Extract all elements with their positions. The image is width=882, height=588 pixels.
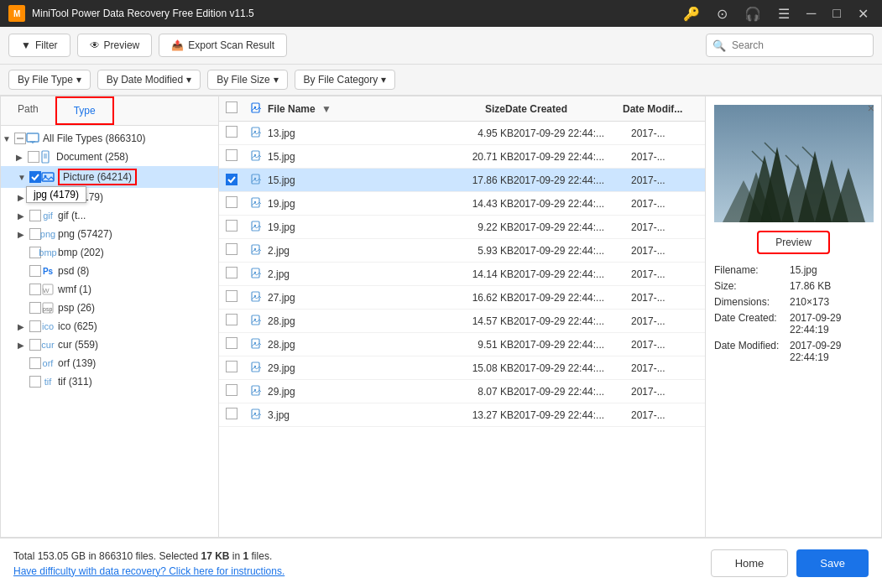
- tree-item-all-types[interactable]: ▼ All File Types (866310): [1, 129, 218, 148]
- row-checkbox-11[interactable]: [226, 384, 237, 396]
- close-icon[interactable]: ✕: [853, 4, 874, 23]
- tree-item-gif[interactable]: ▶ gif gif (t...: [1, 206, 218, 225]
- headphones-icon[interactable]: 🎧: [739, 4, 766, 23]
- restore-icon[interactable]: □: [827, 4, 846, 23]
- table-row[interactable]: 15.jpg 17.86 KB 2017-09-29 22:44:... 201…: [219, 169, 705, 192]
- row-checkbox-7[interactable]: [226, 290, 237, 302]
- row-checkbox-1[interactable]: [226, 149, 237, 161]
- row-checkbox-0[interactable]: [226, 126, 237, 138]
- tree-item-orf[interactable]: orf orf (139): [1, 354, 218, 372]
- tree-item-jpg[interactable]: ▶ jpg jpg (4179) jpg (4179): [1, 188, 218, 206]
- export-button[interactable]: 📤 Export Scan Result: [159, 34, 287, 57]
- psp-checkbox[interactable]: [29, 302, 41, 314]
- row-checkbox-10[interactable]: [226, 361, 237, 372]
- table-row[interactable]: 19.jpg 9.22 KB 2017-09-29 22:44:... 2017…: [219, 216, 705, 239]
- expand-arrow[interactable]: ▼: [3, 134, 14, 143]
- tree-item-tif[interactable]: tif tif (311): [1, 372, 218, 391]
- picture-checkbox[interactable]: [29, 171, 41, 183]
- filesize-dropdown[interactable]: By File Size ▾: [207, 70, 287, 90]
- key-icon[interactable]: 🔑: [678, 4, 705, 23]
- gif-checkbox[interactable]: [29, 210, 41, 221]
- row-checkbox-2[interactable]: [226, 174, 237, 185]
- row-checkbox-8[interactable]: [226, 314, 237, 325]
- table-row[interactable]: 2.jpg 5.93 KB 2017-09-29 22:44:... 2017-…: [219, 239, 705, 263]
- tab-path[interactable]: Path: [1, 96, 55, 125]
- orf-checkbox[interactable]: [29, 357, 41, 369]
- table-row[interactable]: 29.jpg 15.08 KB 2017-09-29 22:44:... 201…: [219, 356, 705, 380]
- sort-arrow[interactable]: ▼: [321, 103, 331, 115]
- toolbar: ▼ Filter 👁 Preview 📤 Export Scan Result …: [0, 27, 882, 65]
- preview-button[interactable]: 👁 Preview: [77, 34, 153, 57]
- document-checkbox[interactable]: [28, 151, 39, 163]
- bmp-label: bmp (202): [58, 247, 104, 258]
- wmf-label: wmf (1): [58, 284, 91, 295]
- file-icon-3: [251, 196, 268, 211]
- row-checkbox-12[interactable]: [226, 408, 237, 419]
- select-all-checkbox[interactable]: [226, 101, 237, 113]
- expand-arrow-png[interactable]: ▶: [18, 230, 29, 239]
- tree-item-psd[interactable]: Ps psd (8): [1, 262, 218, 280]
- file-icon-6: [251, 267, 268, 281]
- row-checkbox-9[interactable]: [226, 337, 237, 349]
- file-size-5: 5.93 KB: [438, 245, 514, 257]
- table-row[interactable]: 27.jpg 16.62 KB 2017-09-29 22:44:... 201…: [219, 286, 705, 310]
- file-datecreated-1: 2017-09-29 22:44:...: [514, 151, 631, 163]
- table-row[interactable]: 19.jpg 14.43 KB 2017-09-29 22:44:... 201…: [219, 192, 705, 216]
- preview-close-button[interactable]: ×: [868, 101, 874, 115]
- cur-checkbox[interactable]: [29, 339, 41, 351]
- dimensions-info-row: Dimensions: 210×173: [714, 296, 873, 308]
- file-name-3: 19.jpg: [268, 198, 438, 210]
- expand-arrow-gif[interactable]: ▶: [18, 211, 29, 221]
- row-checkbox-6[interactable]: [226, 267, 237, 278]
- filterbar: By File Type ▾ By Date Modified ▾ By Fil…: [0, 65, 882, 96]
- tree-item-cur[interactable]: ▶ cur cur (559): [1, 336, 218, 354]
- psd-checkbox[interactable]: [29, 265, 41, 277]
- row-checkbox-3[interactable]: [226, 196, 237, 208]
- save-button[interactable]: Save: [796, 549, 869, 577]
- expand-arrow-doc[interactable]: ▶: [16, 153, 28, 162]
- help-icon[interactable]: ⊙: [712, 4, 733, 23]
- menu-icon[interactable]: ☰: [773, 4, 795, 23]
- ico-checkbox[interactable]: [29, 320, 41, 332]
- table-row[interactable]: 15.jpg 20.71 KB 2017-09-29 22:44:... 201…: [219, 145, 705, 169]
- titlebar-controls[interactable]: 🔑 ⊙ 🎧 ☰ ─ □ ✕: [678, 4, 874, 23]
- tree-item-wmf[interactable]: W wmf (1): [1, 280, 218, 299]
- expand-arrow-ico[interactable]: ▶: [18, 322, 29, 331]
- filecategory-dropdown[interactable]: By File Category ▾: [295, 70, 396, 90]
- row-checkbox-5[interactable]: [226, 243, 237, 255]
- table-row[interactable]: 29.jpg 8.07 KB 2017-09-29 22:44:... 2017…: [219, 380, 705, 403]
- tree-item-png[interactable]: ▶ png png (57427): [1, 225, 218, 243]
- file-datecreated-8: 2017-09-29 22:44:...: [514, 315, 631, 327]
- help-link[interactable]: Have difficulty with data recovery? Clic…: [13, 565, 284, 577]
- allfiles-checkbox[interactable]: [14, 133, 26, 144]
- datecreated-info-label: Date Created:: [714, 312, 790, 336]
- tree-item-psp[interactable]: psp psp (26): [1, 299, 218, 317]
- left-panel: Path Type ▼ All File Types (866310) ▶: [1, 96, 219, 537]
- file-icon-7: [251, 290, 268, 304]
- home-button[interactable]: Home: [711, 549, 789, 577]
- wmf-checkbox[interactable]: [29, 284, 41, 295]
- tree-item-picture[interactable]: ▼ Picture (64214): [1, 166, 218, 188]
- table-row[interactable]: 2.jpg 14.14 KB 2017-09-29 22:44:... 2017…: [219, 263, 705, 286]
- datemodified-dropdown[interactable]: By Date Modified ▾: [97, 70, 201, 90]
- filter-button[interactable]: ▼ Filter: [8, 34, 70, 57]
- tree-item-document[interactable]: ▶ Document (258): [1, 148, 218, 166]
- minimize-icon[interactable]: ─: [801, 4, 821, 23]
- table-row[interactable]: 28.jpg 14.57 KB 2017-09-29 22:44:... 201…: [219, 310, 705, 333]
- row-checkbox-4[interactable]: [226, 220, 237, 232]
- tab-type[interactable]: Type: [55, 96, 114, 125]
- filetype-dropdown[interactable]: By File Type ▾: [8, 70, 91, 90]
- orf-label: orf (139): [58, 357, 96, 369]
- preview-button-panel[interactable]: Preview: [757, 231, 830, 254]
- expand-arrow-cur[interactable]: ▶: [18, 341, 29, 350]
- filename-info-row: Filename: 15.jpg: [714, 264, 873, 276]
- file-name-0: 13.jpg: [268, 127, 438, 139]
- expand-arrow-pic[interactable]: ▼: [18, 173, 29, 182]
- table-row[interactable]: 3.jpg 13.27 KB 2017-09-29 22:44:... 2017…: [219, 403, 705, 427]
- search-input[interactable]: [706, 34, 874, 57]
- table-row[interactable]: 13.jpg 4.95 KB 2017-09-29 22:44:... 2017…: [219, 122, 705, 145]
- table-row[interactable]: 28.jpg 9.51 KB 2017-09-29 22:44:... 2017…: [219, 333, 705, 356]
- tree-item-ico[interactable]: ▶ ico ico (625): [1, 317, 218, 336]
- tree-item-bmp[interactable]: bmp bmp (202): [1, 243, 218, 262]
- tif-checkbox[interactable]: [29, 376, 41, 388]
